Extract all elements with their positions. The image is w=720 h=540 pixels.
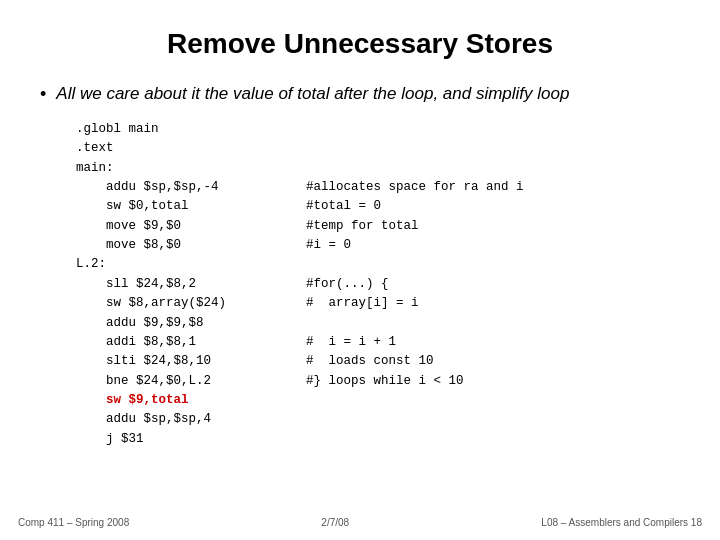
code-line: addi $8,$8,1 # i = i + 1	[76, 333, 680, 352]
code-line: addu $9,$9,$8	[76, 314, 680, 333]
code-line: addu $sp,$sp,4	[76, 410, 680, 429]
bullet-section: • All we care about it the value of tota…	[40, 82, 680, 106]
code-left: move $9,$0	[76, 217, 276, 236]
code-line: .text	[76, 139, 680, 158]
code-right: # loads const 10	[276, 352, 434, 371]
code-line: L.2:	[76, 255, 680, 274]
code-right: #temp for total	[276, 217, 419, 236]
slide-title: Remove Unnecessary Stores	[40, 28, 680, 60]
code-right: #} loops while i < 10	[276, 372, 464, 391]
code-line: slti $24,$8,10 # loads const 10	[76, 352, 680, 371]
code-left: sll $24,$8,2	[76, 275, 276, 294]
code-left: move $8,$0	[76, 236, 276, 255]
footer-right: L08 – Assemblers and Compilers 18	[541, 517, 702, 528]
code-left: .text	[76, 139, 276, 158]
code-line: .globl main	[76, 120, 680, 139]
code-left: addu $sp,$sp,-4	[76, 178, 276, 197]
code-line: addu $sp,$sp,-4 #allocates space for ra …	[76, 178, 680, 197]
code-right: #total = 0	[276, 197, 381, 216]
code-right: # i = i + 1	[276, 333, 396, 352]
code-left: main:	[76, 159, 276, 178]
code-line: sw $0,total #total = 0	[76, 197, 680, 216]
code-line: j $31	[76, 430, 680, 449]
footer: Comp 411 – Spring 2008 2/7/08 L08 – Asse…	[0, 517, 720, 528]
code-line: bne $24,$0,L.2 #} loops while i < 10	[76, 372, 680, 391]
code-left: sw $8,array($24)	[76, 294, 276, 313]
code-line: move $9,$0 #temp for total	[76, 217, 680, 236]
code-left: addu $9,$9,$8	[76, 314, 276, 333]
code-left: j $31	[76, 430, 276, 449]
code-line: sll $24,$8,2 #for(...) {	[76, 275, 680, 294]
code-left: slti $24,$8,10	[76, 352, 276, 371]
code-left: addi $8,$8,1	[76, 333, 276, 352]
code-left: sw $9,total	[76, 391, 276, 410]
code-line: move $8,$0 #i = 0	[76, 236, 680, 255]
footer-center: 2/7/08	[321, 517, 349, 528]
code-line: main:	[76, 159, 680, 178]
code-left: bne $24,$0,L.2	[76, 372, 276, 391]
slide: Remove Unnecessary Stores • All we care …	[0, 0, 720, 540]
footer-left: Comp 411 – Spring 2008	[18, 517, 129, 528]
code-line: sw $8,array($24) # array[i] = i	[76, 294, 680, 313]
code-left: sw $0,total	[76, 197, 276, 216]
code-left: L.2:	[76, 255, 276, 274]
code-left: .globl main	[76, 120, 276, 139]
bullet-text: All we care about it the value of total …	[56, 82, 569, 106]
code-right: #allocates space for ra and i	[276, 178, 524, 197]
code-left: addu $sp,$sp,4	[76, 410, 276, 429]
code-right: # array[i] = i	[276, 294, 419, 313]
code-right: #for(...) {	[276, 275, 389, 294]
bullet-dot: •	[40, 84, 46, 105]
code-right: #i = 0	[276, 236, 351, 255]
code-line: sw $9,total	[76, 391, 680, 410]
code-block: .globl main.textmain: addu $sp,$sp,-4 #a…	[76, 120, 680, 449]
